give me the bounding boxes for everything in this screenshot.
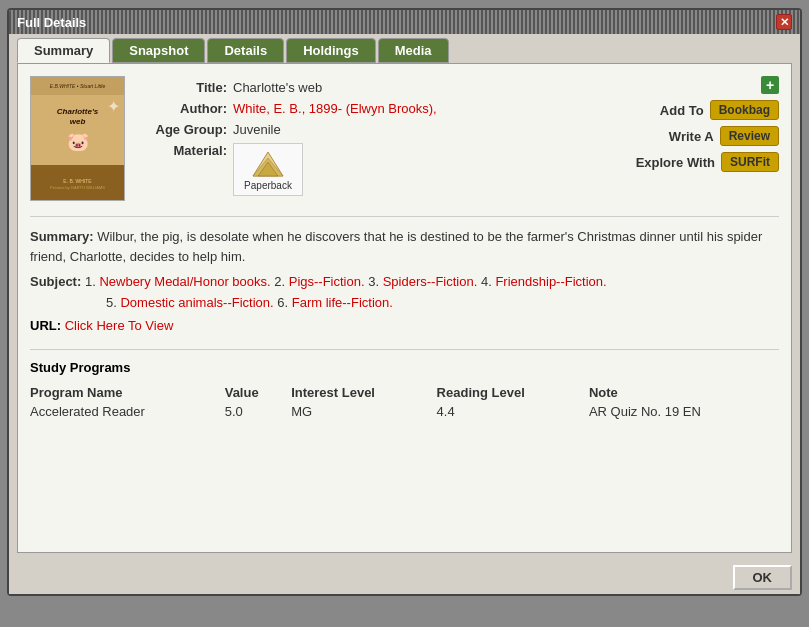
- summary-label: Summary:: [30, 229, 94, 244]
- dialog-title: Full Details: [17, 15, 86, 30]
- subject-link-6[interactable]: Farm life--Fiction.: [292, 295, 393, 310]
- cell-note: AR Quiz No. 19 EN: [589, 402, 779, 421]
- full-details-dialog: Full Details ✕ Summary Snapshot Details …: [7, 8, 802, 596]
- title-bar: Full Details ✕: [9, 10, 800, 34]
- material-label: Material:: [137, 143, 227, 158]
- surfit-button[interactable]: SURFit: [721, 152, 779, 172]
- plus-button[interactable]: +: [761, 76, 779, 94]
- cover-middle: ✦ Charlotte'sweb 🐷: [31, 95, 124, 165]
- cover-top-band: E.B.WHITE • Stuart Little: [31, 77, 124, 95]
- title-label: Title:: [137, 80, 227, 95]
- subject-item-2-num: 2.: [274, 274, 288, 289]
- study-programs-table: Program Name Value Interest Level Readin…: [30, 383, 779, 421]
- content-area: E.B.WHITE • Stuart Little ✦ Charlotte'sw…: [17, 63, 792, 553]
- subject-link-1[interactable]: Newbery Medal/Honor books.: [99, 274, 270, 289]
- col-program-name: Program Name: [30, 383, 225, 402]
- book-header: E.B.WHITE • Stuart Little ✦ Charlotte'sw…: [30, 76, 779, 202]
- table-row: Accelerated Reader 5.0 MG 4.4 AR Quiz No…: [30, 402, 779, 421]
- col-value: Value: [225, 383, 291, 402]
- explore-with-row: Explore With SURFit: [636, 152, 779, 172]
- tab-details[interactable]: Details: [207, 38, 284, 63]
- material-value: Paperback: [244, 180, 292, 191]
- cell-interest-level: MG: [291, 402, 436, 421]
- title-value: Charlotte's web: [233, 80, 322, 95]
- material-box: Paperback: [233, 143, 303, 196]
- subject-link-2[interactable]: Pigs--Fiction.: [289, 274, 365, 289]
- url-label: URL:: [30, 318, 61, 333]
- add-to-label: Add To: [660, 103, 704, 118]
- write-a-row: Write A Review: [669, 126, 779, 146]
- paperback-icon: [248, 148, 288, 180]
- write-a-label: Write A: [669, 129, 714, 144]
- table-header-row: Program Name Value Interest Level Readin…: [30, 383, 779, 402]
- right-action-panel: + Add To Bookbag Write A Review Explore …: [636, 76, 779, 172]
- explore-with-label: Explore With: [636, 155, 715, 170]
- tab-bar: Summary Snapshot Details Holdings Media: [9, 34, 800, 63]
- cell-program: Accelerated Reader: [30, 402, 225, 421]
- subject-link-3[interactable]: Spiders--Fiction.: [383, 274, 478, 289]
- close-button[interactable]: ✕: [776, 14, 792, 30]
- tab-media[interactable]: Media: [378, 38, 449, 63]
- url-link[interactable]: Click Here To View: [65, 318, 174, 333]
- subject-link-4[interactable]: Friendship--Fiction.: [495, 274, 606, 289]
- author-value: White, E. B., 1899- (Elwyn Brooks),: [233, 101, 437, 116]
- age-group-label: Age Group:: [137, 122, 227, 137]
- tab-holdings[interactable]: Holdings: [286, 38, 376, 63]
- col-interest-level: Interest Level: [291, 383, 436, 402]
- book-cover: E.B.WHITE • Stuart Little ✦ Charlotte'sw…: [30, 76, 125, 201]
- subject-item-3-num: 3.: [368, 274, 382, 289]
- summary-section: Summary: Wilbur, the pig, is desolate wh…: [30, 216, 779, 333]
- subject-item-6-num: 6.: [277, 295, 291, 310]
- subject-item-5-num: 5.: [106, 295, 120, 310]
- cell-reading-level: 4.4: [437, 402, 589, 421]
- tab-summary[interactable]: Summary: [17, 38, 110, 63]
- subject-link-5[interactable]: Domestic animals--Fiction.: [120, 295, 273, 310]
- col-reading-level: Reading Level: [437, 383, 589, 402]
- add-to-row: Add To Bookbag: [660, 100, 779, 120]
- study-programs-title: Study Programs: [30, 360, 779, 375]
- footer: OK: [9, 561, 800, 594]
- subject-label: Subject:: [30, 274, 81, 289]
- summary-text: Summary: Wilbur, the pig, is desolate wh…: [30, 227, 779, 266]
- author-label: Author:: [137, 101, 227, 116]
- ok-button[interactable]: OK: [733, 565, 793, 590]
- url-row: URL: Click Here To View: [30, 318, 779, 333]
- review-button[interactable]: Review: [720, 126, 779, 146]
- summary-content: Wilbur, the pig, is desolate when he dis…: [30, 229, 762, 264]
- subject-row: Subject: 1. Newbery Medal/Honor books. 2…: [30, 272, 779, 314]
- subject-item-1: 1.: [85, 274, 99, 289]
- age-group-value: Juvenile: [233, 122, 281, 137]
- cover-bottom: E. B. WHITE Pictures by GARTH WILLIAMS: [31, 165, 124, 201]
- cell-value: 5.0: [225, 402, 291, 421]
- col-note: Note: [589, 383, 779, 402]
- bookbag-button[interactable]: Bookbag: [710, 100, 779, 120]
- subject-item-4-num: 4.: [481, 274, 495, 289]
- study-programs-section: Study Programs Program Name Value Intere…: [30, 349, 779, 421]
- tab-snapshot[interactable]: Snapshot: [112, 38, 205, 63]
- web-decoration: ✦: [107, 97, 120, 116]
